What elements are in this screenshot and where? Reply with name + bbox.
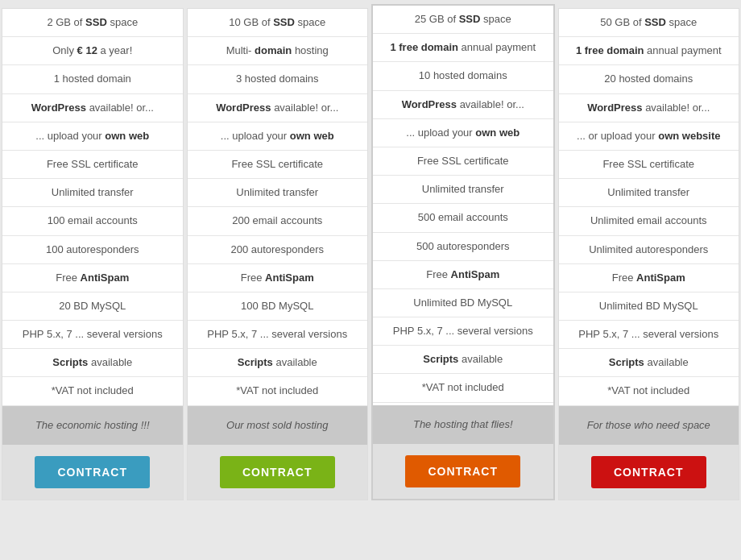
- plan-2: 10 GB of SSD spaceMulti- domain hosting3…: [187, 8, 369, 500]
- plan-2-feature-13: Scripts available: [188, 349, 368, 377]
- plan-2-feature-12: PHP 5.x, 7 ... several versions: [188, 321, 368, 349]
- plan-2-contract-button[interactable]: CONTRACT: [220, 456, 335, 488]
- plan-3-feature-4: WordPress available! or...: [373, 91, 553, 119]
- plan-1-feature-4: WordPress available! or...: [2, 94, 183, 122]
- plan-2-feature-3: 3 hosted domains: [188, 65, 368, 93]
- plan-4-feature-14: *VAT not included: [559, 377, 739, 405]
- plan-2-tagline: Our most sold hosting: [188, 406, 368, 445]
- plan-4-contract-button[interactable]: CONTRACT: [591, 456, 706, 488]
- plan-4: 50 GB of SSD space1 free domain annual p…: [558, 8, 740, 500]
- plan-2-feature-9: 200 autoresponders: [188, 236, 368, 264]
- plan-1-feature-10: Free AntiSpam: [2, 264, 183, 292]
- plan-4-tagline: For those who need space: [559, 406, 739, 445]
- plan-3: 25 GB of SSD space1 free domain annual p…: [371, 4, 555, 500]
- plan-2-feature-1: 10 GB of SSD space: [188, 9, 368, 37]
- plan-3-feature-9: 500 autoresponders: [373, 233, 553, 261]
- plan-1-feature-5: ... upload your own web: [2, 122, 183, 151]
- plan-2-feature-5: ... upload your own web: [188, 122, 368, 151]
- plan-4-feature-7: Unlimited transfer: [559, 179, 739, 207]
- plan-4-feature-12: PHP 5.x, 7 ... several versions: [559, 321, 739, 349]
- plan-4-feature-11: Unlimited BD MySQL: [559, 292, 739, 321]
- plan-3-feature-13: Scripts available: [373, 346, 553, 374]
- plan-1-feature-9: 100 autoresponders: [2, 236, 183, 264]
- plan-3-feature-14: *VAT not included: [373, 374, 553, 402]
- plan-4-feature-3: 20 hosted domains: [559, 65, 739, 93]
- plan-2-feature-14: *VAT not included: [188, 377, 368, 405]
- plan-2-feature-11: 100 BD MySQL: [188, 292, 368, 321]
- plan-3-feature-10: Free AntiSpam: [373, 261, 553, 289]
- plan-2-feature-8: 200 email accounts: [188, 207, 368, 235]
- plan-3-feature-8: 500 email accounts: [373, 204, 553, 232]
- plan-4-feature-6: Free SSL certificate: [559, 151, 739, 179]
- plan-1-contract-button[interactable]: CONTRACT: [35, 456, 150, 488]
- plan-1-feature-8: 100 email accounts: [2, 207, 183, 235]
- plan-1-feature-7: Unlimited transfer: [2, 179, 183, 207]
- plan-1-feature-13: Scripts available: [2, 349, 183, 377]
- plan-1-feature-12: PHP 5.x, 7 ... several versions: [2, 321, 183, 349]
- plan-2-feature-10: Free AntiSpam: [188, 264, 368, 292]
- plan-2-feature-7: Unlimited transfer: [188, 179, 368, 207]
- plan-4-feature-8: Unlimited email accounts: [559, 207, 739, 235]
- plan-1-cta: CONTRACT: [2, 445, 183, 500]
- plan-1-feature-3: 1 hosted domain: [2, 65, 183, 93]
- plan-2-feature-2: Multi- domain hosting: [188, 37, 368, 65]
- plan-2-feature-6: Free SSL certificate: [188, 151, 368, 179]
- plan-3-feature-6: Free SSL certificate: [373, 147, 553, 176]
- plan-2-cta: CONTRACT: [188, 445, 368, 500]
- plan-3-feature-11: Unlimited BD MySQL: [373, 289, 553, 317]
- plan-4-feature-1: 50 GB of SSD space: [559, 9, 739, 37]
- plan-3-feature-2: 1 free domain annual payment: [373, 34, 553, 62]
- plan-1-feature-14: *VAT not included: [2, 377, 183, 405]
- plan-1-feature-1: 2 GB of SSD space: [2, 9, 183, 37]
- plan-3-features: 25 GB of SSD space1 free domain annual p…: [373, 6, 553, 405]
- plan-4-feature-9: Unlimited autoresponders: [559, 236, 739, 264]
- plan-2-feature-4: WordPress available! or...: [188, 94, 368, 122]
- plan-3-feature-12: PHP 5.x, 7 ... several versions: [373, 317, 553, 346]
- plan-1-features: 2 GB of SSD spaceOnly € 12 a year!1 host…: [2, 9, 183, 406]
- plan-1-feature-11: 20 BD MySQL: [2, 292, 183, 321]
- plans-container: 2 GB of SSD spaceOnly € 12 a year!1 host…: [0, 8, 741, 500]
- plan-3-contract-button[interactable]: CONTRACT: [405, 455, 520, 487]
- plan-3-feature-7: Unlimited transfer: [373, 176, 553, 204]
- plan-3-feature-1: 25 GB of SSD space: [373, 6, 553, 34]
- plan-4-feature-4: WordPress available! or...: [559, 94, 739, 122]
- plan-1-tagline: The economic hosting !!!: [2, 406, 183, 445]
- plan-1-feature-2: Only € 12 a year!: [2, 37, 183, 65]
- plan-2-features: 10 GB of SSD spaceMulti- domain hosting3…: [188, 9, 368, 406]
- plan-1: 2 GB of SSD spaceOnly € 12 a year!1 host…: [2, 8, 184, 500]
- plan-4-features: 50 GB of SSD space1 free domain annual p…: [559, 9, 739, 406]
- plan-4-feature-10: Free AntiSpam: [559, 264, 739, 292]
- plan-3-feature-5: ... upload your own web: [373, 119, 553, 147]
- plan-4-cta: CONTRACT: [559, 445, 739, 500]
- plan-3-tagline: The hosting that flies!: [373, 405, 553, 444]
- plan-1-feature-6: Free SSL certificate: [2, 151, 183, 179]
- plan-4-feature-13: Scripts available: [559, 349, 739, 377]
- plan-3-cta: CONTRACT: [373, 444, 553, 499]
- plan-3-feature-3: 10 hosted domains: [373, 62, 553, 90]
- plan-4-feature-5: ... or upload your own website: [559, 122, 739, 151]
- plan-4-feature-2: 1 free domain annual payment: [559, 37, 739, 65]
